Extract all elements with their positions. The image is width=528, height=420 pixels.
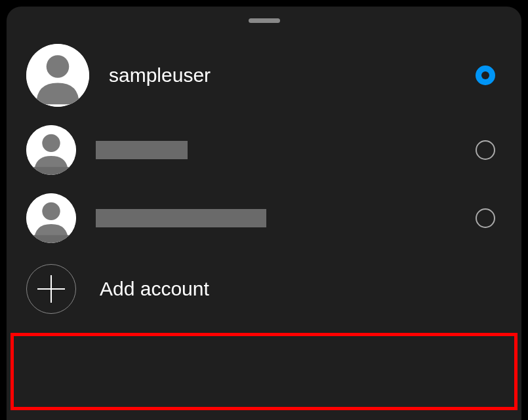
radio-selected-icon[interactable]	[476, 66, 495, 85]
avatar	[26, 193, 76, 243]
add-account-label: Add account	[100, 278, 209, 300]
account-row-3[interactable]	[7, 184, 521, 252]
person-icon	[26, 125, 76, 175]
person-icon	[26, 193, 76, 243]
svg-rect-7	[26, 235, 76, 243]
radio-unselected-icon[interactable]	[476, 208, 495, 228]
svg-point-1	[47, 55, 70, 78]
account-row-sampleuser[interactable]: sampleuser	[7, 35, 521, 116]
svg-rect-4	[26, 167, 76, 175]
account-username-label: sampleuser	[109, 64, 476, 86]
drag-handle[interactable]	[249, 18, 280, 23]
radio-unselected-icon[interactable]	[476, 140, 495, 160]
person-icon	[26, 44, 89, 107]
account-switcher-sheet: sampleuser	[7, 7, 521, 420]
svg-point-6	[42, 202, 60, 220]
add-account-button[interactable]: Add account	[7, 252, 521, 326]
svg-point-3	[42, 134, 60, 152]
avatar	[26, 125, 76, 175]
account-username-redacted	[96, 209, 266, 227]
account-username-redacted	[96, 141, 188, 159]
avatar	[26, 44, 89, 107]
account-row-2[interactable]	[7, 116, 521, 184]
plus-icon	[26, 264, 76, 314]
